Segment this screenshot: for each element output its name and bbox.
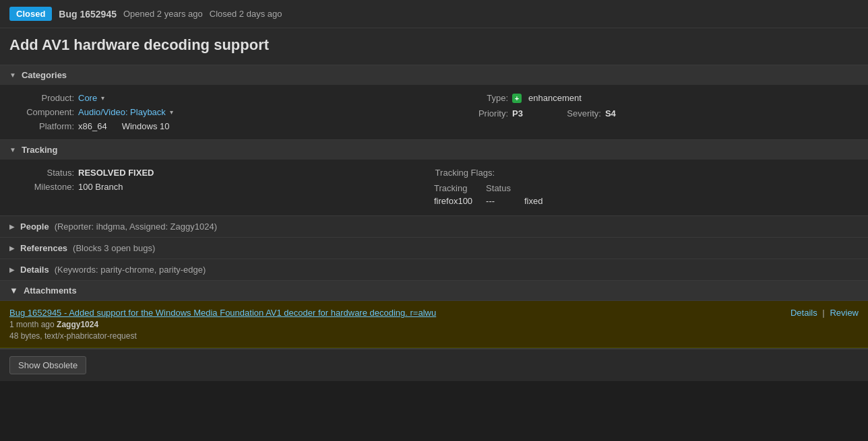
tracking-col-header: Tracking: [434, 182, 486, 195]
categories-header[interactable]: ▼ Categories: [0, 65, 868, 85]
review-link[interactable]: Review: [830, 308, 859, 318]
milestone-label: Milestone:: [13, 182, 74, 192]
component-value[interactable]: Audio/Video: Playback: [78, 107, 166, 117]
left-fields: Product: Core ▾ Component: Audio/Video: …: [13, 93, 434, 131]
bug-header: Closed Bug 1652945 Opened 2 years ago Cl…: [0, 0, 868, 28]
component-label: Component:: [13, 107, 74, 117]
status-row: Status: RESOLVED FIXED: [13, 168, 434, 178]
categories-grid: Product: Core ▾ Component: Audio/Video: …: [13, 93, 855, 131]
product-row: Product: Core ▾: [13, 93, 434, 103]
attachment-size: 48 bytes, text/x-phabricator-request: [9, 331, 859, 341]
type-value: enhancement: [528, 93, 582, 103]
platform-label: Platform:: [13, 121, 74, 131]
type-label: Type:: [447, 93, 508, 103]
details-link[interactable]: Details: [790, 308, 817, 318]
details-triangle: ▶: [9, 266, 15, 273]
opened-date: Opened 2 years ago: [123, 9, 203, 19]
details-section[interactable]: ▶ Details (Keywords: parity-chrome, pari…: [0, 259, 868, 281]
attachment-actions: Details | Review Bug 1652945 - Added sup…: [9, 308, 859, 318]
categories-label: Categories: [22, 70, 67, 80]
tracking-grid: Status: RESOLVED FIXED Milestone: 100 Br…: [13, 168, 855, 207]
platform-value: x86_64: [78, 121, 107, 131]
tracking-flags-label-row: Tracking Flags:: [434, 168, 855, 178]
attachment-item: Details | Review Bug 1652945 - Added sup…: [0, 301, 868, 348]
people-subtitle: (Reporter: ihdgma, Assigned: Zaggy1024): [55, 222, 217, 232]
details-label: Details: [20, 265, 49, 275]
attachment-username: Zaggy1024: [57, 320, 98, 329]
details-subtitle: (Keywords: parity-chrome, parity-edge): [55, 265, 206, 275]
priority-label: Priority:: [447, 108, 508, 118]
tracking-flags-label: Tracking Flags:: [434, 168, 495, 178]
type-row: Type: + enhancement: [447, 93, 855, 103]
status-label: Status:: [13, 168, 74, 178]
right-fields: Type: + enhancement Priority: P3 Severit…: [434, 93, 855, 131]
people-section[interactable]: ▶ People (Reporter: ihdgma, Assigned: Za…: [0, 216, 868, 238]
categories-content: Product: Core ▾ Component: Audio/Video: …: [0, 85, 868, 139]
people-triangle: ▶: [9, 223, 15, 230]
type-icon: +: [512, 94, 522, 103]
attachment-action-links: Details | Review: [790, 308, 859, 318]
platform-row: Platform: x86_64 Windows 10: [13, 121, 434, 131]
tracking-section: ▼ Tracking Status: RESOLVED FIXED Milest…: [0, 140, 868, 216]
status-val-cell: fixed: [524, 195, 556, 207]
milestone-value: 100 Branch: [78, 182, 123, 192]
references-subtitle: (Blocks 3 open bugs): [73, 243, 155, 253]
tracking-flags-table: Tracking Status firefox100 --- fixed: [434, 182, 556, 207]
status-badge: Closed: [9, 7, 52, 21]
status-col-header: Status: [486, 182, 524, 195]
bug-id: Bug 1652945: [59, 9, 117, 20]
categories-section: ▼ Categories Product: Core ▾ Component: …: [0, 65, 868, 140]
tracking-val-cell: ---: [486, 195, 524, 207]
priority-severity-row: Priority: P3 Severity: S4: [447, 108, 855, 118]
priority-value: P3: [512, 108, 523, 118]
tracking-triangle: ▼: [9, 146, 16, 154]
references-triangle: ▶: [9, 244, 15, 252]
attachments-section: ▼ Attachments Details | Review Bug 16529…: [0, 281, 868, 349]
os-value: Windows 10: [122, 121, 170, 131]
bottom-bar: Show Obsolete: [0, 349, 868, 381]
tracking-header[interactable]: ▼ Tracking: [0, 140, 868, 160]
severity-value: S4: [605, 108, 616, 118]
product-dropdown-icon: ▾: [101, 94, 104, 102]
separator: |: [822, 308, 824, 318]
product-value[interactable]: Core: [78, 93, 97, 103]
attachment-age: 1 month ago: [9, 320, 55, 329]
people-label: People: [20, 222, 49, 232]
attachments-header[interactable]: ▼ Attachments: [0, 281, 868, 301]
severity-label: Severity:: [540, 108, 601, 118]
milestone-row: Milestone: 100 Branch: [13, 182, 434, 192]
attachments-triangle: ▼: [9, 285, 18, 296]
attachment-meta: 1 month ago Zaggy1024: [9, 320, 859, 329]
tracking-content: Status: RESOLVED FIXED Milestone: 100 Br…: [0, 160, 868, 215]
firefox100-cell: firefox100: [434, 195, 486, 207]
attachment-link[interactable]: Bug 1652945 - Added support for the Wind…: [9, 308, 436, 318]
closed-date: Closed 2 days ago: [210, 9, 282, 19]
references-label: References: [20, 243, 67, 253]
tracking-left: Status: RESOLVED FIXED Milestone: 100 Br…: [13, 168, 434, 207]
tracking-right: Tracking Flags: Tracking Status firefox1…: [434, 168, 855, 207]
bug-title: Add AV1 hardware decoding support: [0, 28, 868, 65]
tracking-label: Tracking: [22, 145, 57, 155]
attachments-label: Attachments: [24, 285, 77, 296]
references-section[interactable]: ▶ References (Blocks 3 open bugs): [0, 238, 868, 259]
show-obsolete-button[interactable]: Show Obsolete: [9, 356, 86, 374]
status-value: RESOLVED FIXED: [78, 168, 154, 178]
product-label: Product:: [13, 93, 74, 103]
component-row: Component: Audio/Video: Playback ▾: [13, 107, 434, 117]
tracking-row: firefox100 --- fixed: [434, 195, 556, 207]
categories-triangle: ▼: [9, 71, 16, 79]
component-dropdown-icon: ▾: [170, 108, 173, 116]
